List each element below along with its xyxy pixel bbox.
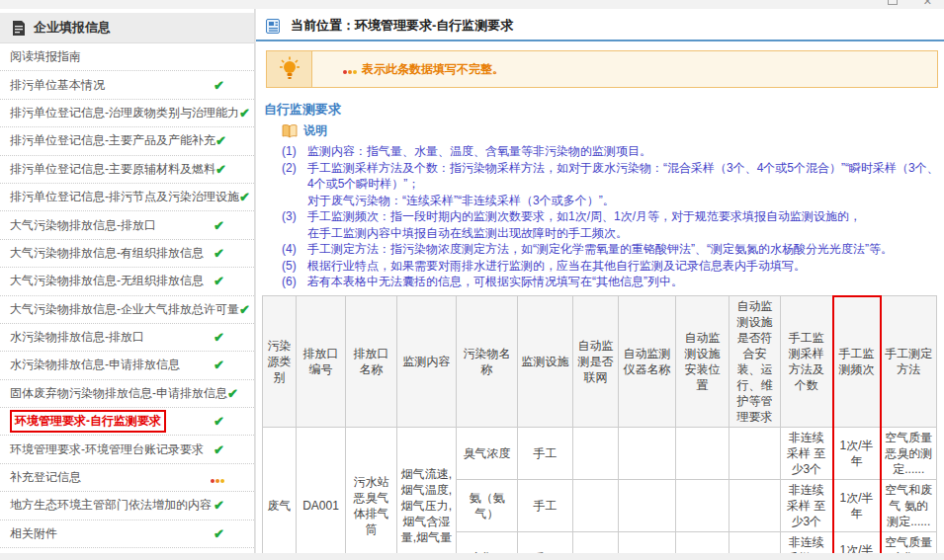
- check-icon: ✔: [239, 190, 250, 204]
- sidebar-item-ledger-records[interactable]: 环境管理要求-环境管理台账记录要求 ✔: [0, 436, 254, 463]
- cell-manual-determination: 空气质量 恶臭的测定......: [881, 428, 937, 480]
- check-icon: ✔: [239, 106, 250, 120]
- cell-manual-method: 非连续采样 至少3个: [781, 532, 833, 554]
- cell-auto-instrument: [619, 532, 676, 554]
- cell-auto-instrument: [619, 480, 676, 532]
- sidebar-item-basic-info[interactable]: 排污单位基本情况 ✔: [0, 71, 254, 99]
- note-1: (1) 监测内容：指气量、水量、温度、含氧量等非污染物的监测项目。: [282, 143, 944, 160]
- notice-text: 表示此条数据填写不完整。: [362, 61, 504, 78]
- sidebar-item-solid-waste-apply[interactable]: 固体废弃物污染物排放信息-申请排放信息 ✔: [0, 380, 254, 408]
- cell-outlet-name: 污水站恶臭气体排气筒: [346, 428, 397, 554]
- check-icon: ✔: [214, 526, 224, 541]
- monitoring-table: 污染源类别 排放口编号 排放口名称 监测内容 污染物名称 监测设施 自动监测是否…: [262, 295, 937, 554]
- col-manual-method: 手工监测采样方法及个数: [781, 296, 833, 428]
- sidebar-item-attachments[interactable]: 相关附件 ✔: [0, 520, 254, 548]
- table-row: 废气 DA001 污水站恶臭气体排气筒 烟气流速,烟气温度,烟气压力,烟气含湿量…: [263, 428, 937, 480]
- table-header-row: 污染源类别 排放口编号 排放口名称 监测内容 污染物名称 监测设施 自动监测是否…: [263, 296, 937, 428]
- col-pollution-source: 污染源类别: [263, 296, 297, 428]
- check-icon: ✔: [214, 274, 224, 288]
- sidebar-item-label: 大气污染物排放信息-无组织排放信息: [10, 273, 204, 289]
- sidebar-item-label: 排污单位登记信息-治理废物类别与治理能力: [10, 105, 239, 121]
- sidebar-item-label: 大气污染物排放信息-排放口: [10, 217, 156, 234]
- sidebar-item-reading-guide[interactable]: 阅读填报指南: [0, 43, 254, 71]
- check-icon: ✔: [214, 246, 224, 261]
- note-4: (4) 手工测定方法：指污染物浓度测定方法，如“测定化学需氧量的重铬酸钾法”、“…: [282, 241, 944, 258]
- cell-manual-determination: 空气质量 硫化氢 甲......: [881, 532, 937, 554]
- cell-monitor-content: 烟气流速,烟气温度,烟气压力,烟气含湿量,烟气量: [397, 428, 457, 554]
- sidebar-header: 企业填报信息: [0, 13, 254, 43]
- col-outlet-name: 排放口名称: [346, 296, 397, 428]
- check-icon: ✔: [214, 78, 224, 93]
- sidebar-item-self-monitoring[interactable]: 环境管理要求-自行监测要求 ✔: [0, 408, 254, 436]
- check-icon: ✔: [214, 498, 224, 513]
- maximize-icon[interactable]: [888, 0, 898, 5]
- sidebar: 企业填报信息 阅读填报指南 排污单位基本情况 ✔ 排污单位登记信息-治理废物类别…: [0, 9, 255, 553]
- window-title-strip: ✕: [0, 0, 944, 9]
- sidebar-item-air-outlet[interactable]: 大气污染物排放信息-排放口 ✔: [0, 211, 254, 239]
- sidebar-item-water-apply[interactable]: 水污染物排放信息-申请排放信息 ✔: [0, 352, 254, 379]
- cell-auto-networked: [573, 532, 619, 554]
- section-title: 自行监测要求: [264, 101, 944, 119]
- sidebar-item-label: 水污染物排放信息-排放口: [10, 329, 144, 346]
- cell-auto-location: [676, 480, 729, 532]
- sidebar-item-label: 排污单位基本情况: [10, 77, 105, 94]
- cell-manual-determination: 空气和废气 氨的测定......: [881, 480, 937, 532]
- cell-auto-compliance: [729, 480, 781, 532]
- col-auto-instrument: 自动监测仪器名称: [619, 296, 676, 428]
- check-icon: ✔: [215, 133, 226, 148]
- cell-facility: 手工: [518, 532, 573, 554]
- app-window: ✕ 企业填报信息 阅读填报指南 排污单位基本情况 ✔: [0, 0, 944, 560]
- sidebar-item-registration-discharge-nodes[interactable]: 排污单位登记信息-排污节点及污染治理设施 ✔: [0, 184, 254, 211]
- sidebar-item-label: 水污染物排放信息-申请排放信息: [10, 357, 180, 373]
- sidebar-item-registration-materials[interactable]: 排污单位登记信息-主要原辅材料及燃料 ✔: [0, 156, 254, 184]
- sidebar-item-air-total-permit[interactable]: 大气污染物排放信息-企业大气排放总许可量 ✔: [0, 296, 254, 324]
- sidebar-item-air-unorganized[interactable]: 大气污染物排放信息-无组织排放信息 ✔: [0, 268, 254, 295]
- cell-auto-compliance: [729, 428, 781, 480]
- check-icon: ✔: [214, 442, 224, 457]
- cell-manual-frequency: 1次/半年: [833, 480, 881, 532]
- sidebar-title: 企业填报信息: [34, 19, 111, 37]
- sidebar-item-label: 排污单位登记信息-主要原辅材料及燃料: [10, 161, 215, 178]
- close-icon[interactable]: ✕: [923, 0, 932, 7]
- breadcrumb-text: 当前位置：环境管理要求-自行监测要求: [291, 17, 513, 35]
- cell-manual-frequency: 1次/半年: [833, 428, 881, 480]
- sidebar-item-registration-waste-types[interactable]: 排污单位登记信息-治理废物类别与治理能力 ✔: [0, 100, 254, 127]
- note-3: (3) 手工监测频次：指一段时期内的监测次数要求，如1次/周、1次/月等，对于规…: [282, 208, 944, 241]
- cell-pollutant: 臭气浓度: [457, 428, 518, 480]
- newspaper-icon: [266, 19, 283, 34]
- cell-pollutant: 氨（氨气）: [457, 480, 518, 532]
- sidebar-item-label: 大气污染物排放信息-有组织排放信息: [10, 245, 204, 262]
- col-monitor-content: 监测内容: [397, 296, 457, 428]
- cell-facility: 手工: [518, 480, 573, 532]
- cell-manual-method: 非连续采样 至少3个: [781, 480, 833, 532]
- cell-auto-networked: [573, 480, 619, 532]
- instruction-notes: (1) 监测内容：指气量、水量、温度、含氧量等非污染物的监测项目。 (2) 手工…: [282, 143, 944, 290]
- sidebar-item-label: 固体废弃物污染物排放信息-申请排放信息: [10, 385, 227, 402]
- note-5: (5) 根据行业特点，如果需要对雨排水进行监测的，应当在其他自行监测及记录信息表…: [282, 258, 944, 275]
- sidebar-item-label: 排污单位登记信息-排污节点及污染治理设施: [10, 189, 239, 205]
- incomplete-notice: 表示此条数据填写不完整。: [266, 50, 938, 88]
- sidebar-item-label-selected: 环境管理要求-自行监测要求: [10, 410, 166, 433]
- sidebar-item-air-organized[interactable]: 大气污染物排放信息-有组织排放信息 ✔: [0, 240, 254, 268]
- sidebar-item-label: 阅读填报指南: [10, 48, 81, 65]
- check-icon: ✔: [215, 162, 226, 177]
- cell-pollutant: 硫化氢: [457, 532, 518, 554]
- cell-manual-method: 非连续采样 至少3个: [781, 428, 833, 480]
- sidebar-item-local-authority-content[interactable]: 地方生态环境主管部门依法增加的内容 ✔: [0, 492, 254, 520]
- col-monitor-facility: 监测设施: [518, 296, 573, 428]
- cell-auto-location: [676, 428, 729, 480]
- breadcrumb: 当前位置：环境管理要求-自行监测要求: [256, 14, 944, 41]
- sidebar-item-label: 相关附件: [10, 525, 57, 542]
- lightbulb-icon-box: [267, 51, 312, 87]
- incomplete-dots-icon: [210, 469, 224, 487]
- sidebar-item-water-outlet[interactable]: 水污染物排放信息-排放口 ✔: [0, 324, 254, 352]
- sidebar-item-supplementary-registration[interactable]: 补充登记信息: [0, 464, 254, 492]
- cell-manual-frequency: 1次/半年: [833, 532, 881, 554]
- main-content: 当前位置：环境管理要求-自行监测要求: [255, 9, 944, 553]
- incomplete-dots-icon: [342, 60, 357, 78]
- sidebar-item-registration-products[interactable]: 排污单位登记信息-主要产品及产能补充 ✔: [0, 127, 254, 155]
- note-2: (2) 手工监测采样方法及个数：指污染物采样方法，如对于废水污染物：“混合采样（…: [282, 160, 944, 209]
- note-6: (6) 若有本表格中无法囊括的信息，可根据实际情况填写在“其他信息”列中。: [282, 274, 944, 290]
- instructions-label: 说明: [303, 122, 327, 139]
- document-icon: [12, 21, 26, 36]
